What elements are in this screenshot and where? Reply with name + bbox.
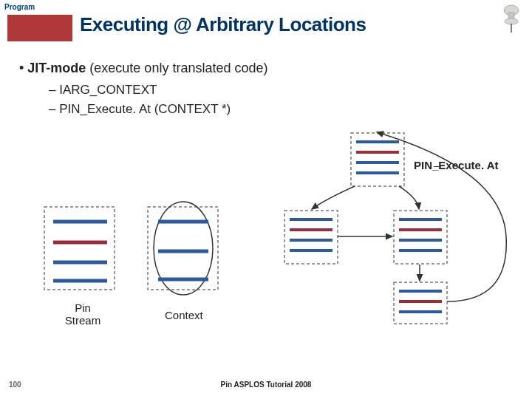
footer-text: Pin ASPLOS Tutorial 2008 (0, 381, 532, 389)
svg-rect-14 (148, 207, 218, 290)
bullet-rest: (execute only translated code) (86, 61, 267, 75)
sub-executeat: – PIN_Execute. At (CONTEXT *) (49, 102, 231, 117)
top-left-label: Program (4, 3, 35, 11)
box-pin-stream (44, 207, 115, 290)
bullet-jit-mode: • JIT-mode (execute only translated code… (19, 61, 267, 76)
title-color-block (7, 15, 72, 41)
diagram (0, 126, 532, 347)
svg-rect-9 (44, 207, 115, 290)
box-right-upper (394, 211, 447, 264)
slide-title: Executing @ Arbitrary Locations (80, 13, 366, 36)
pushpin-icon (497, 1, 526, 34)
svg-point-2 (505, 18, 518, 24)
box-mid (284, 211, 338, 264)
bullet-bold: JIT-mode (27, 61, 86, 75)
box-right-lower (394, 282, 447, 324)
box-top-right (351, 133, 404, 186)
sub-iarg: – IARG_CONTEXT (49, 83, 157, 98)
box-context (148, 202, 218, 295)
